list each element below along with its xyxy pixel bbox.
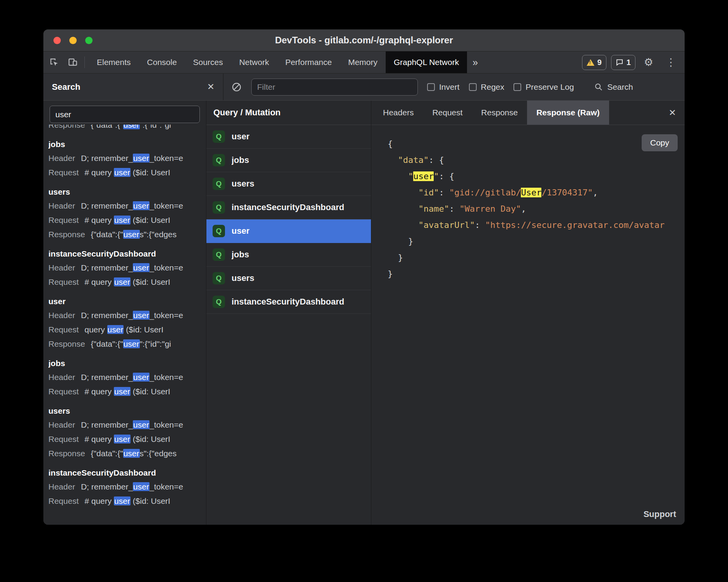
devtools-window: DevTools - gitlab.com/-/graphql-explorer… xyxy=(43,29,685,525)
search-result-line[interactable]: HeaderD; remember_user_token=e xyxy=(48,260,204,275)
search-result-line[interactable]: HeaderD; remember_user_token=e xyxy=(48,308,204,322)
query-type-badge: Q xyxy=(213,248,225,261)
close-response-panel-icon[interactable]: ✕ xyxy=(660,108,685,118)
query-list-item-label: jobs xyxy=(232,250,249,260)
text-segment: "avatarUrl" xyxy=(418,220,475,230)
search-match-highlight: user xyxy=(133,263,149,272)
kebab-menu-icon[interactable]: ⋮ xyxy=(662,57,680,68)
devtools-tab-memory[interactable]: Memory xyxy=(340,51,386,73)
search-toggle-button[interactable]: Search xyxy=(594,82,633,92)
inspect-element-icon[interactable] xyxy=(46,55,62,70)
search-result-line[interactable]: Response{"data":{"user":{"id":"gi xyxy=(48,125,204,132)
invert-checkbox[interactable] xyxy=(427,83,435,91)
device-toolbar-icon[interactable] xyxy=(65,55,81,70)
support-link[interactable]: Support xyxy=(644,509,676,519)
text-segment: D; remember_ xyxy=(81,201,133,210)
preserve-log-checkbox-group[interactable]: Preserve Log xyxy=(513,82,574,92)
devtools-tab-sources[interactable]: Sources xyxy=(185,51,231,73)
devtools-tab-graphql-network[interactable]: GraphQL Network xyxy=(386,51,467,73)
search-result-line-label: Response xyxy=(48,449,85,458)
regex-label: Regex xyxy=(481,82,505,92)
settings-gear-icon[interactable]: ⚙ xyxy=(640,57,657,68)
devtools-tab-network[interactable]: Network xyxy=(231,51,277,73)
window-titlebar[interactable]: DevTools - gitlab.com/-/graphql-explorer xyxy=(43,29,685,51)
text-segment: {"data":{" xyxy=(91,230,123,239)
search-result-line[interactable]: Request# query user ($id: UserI xyxy=(48,384,204,399)
search-result-line-label: Request xyxy=(48,216,79,224)
text-segment: _token=e xyxy=(149,420,183,429)
warnings-badge[interactable]: 9 xyxy=(582,55,606,70)
search-result-line[interactable]: HeaderD; remember_user_token=e xyxy=(48,370,204,384)
json-line: } xyxy=(388,250,685,266)
text-segment: ($id: UserI xyxy=(130,387,170,396)
search-result-line-label: Response xyxy=(48,230,85,239)
close-search-icon[interactable]: ✕ xyxy=(207,82,215,92)
query-list-item[interactable]: Qjobs xyxy=(206,243,371,267)
devtools-tab-elements[interactable]: Elements xyxy=(89,51,139,73)
query-list-item[interactable]: QinstanceSecurityDashboard xyxy=(206,290,371,314)
json-content: { "data": { "user": { "id": "gid://gitla… xyxy=(388,136,685,282)
query-list-item[interactable]: QinstanceSecurityDashboard xyxy=(206,196,371,219)
query-mutation-header: Query / Mutation xyxy=(206,101,371,125)
search-result-line[interactable]: HeaderD; remember_user_token=e xyxy=(48,418,204,432)
query-list-item-label: users xyxy=(232,273,254,283)
search-result-line[interactable]: HeaderD; remember_user_token=e xyxy=(48,479,204,494)
search-result-line[interactable]: Response{"data":{"users":{"edges xyxy=(48,227,204,241)
message-bubble-icon xyxy=(616,58,623,66)
issues-badge[interactable]: 1 xyxy=(611,55,635,70)
query-list-item-label: instanceSecurityDashboard xyxy=(232,202,344,212)
response-tab-response[interactable]: Response xyxy=(472,101,527,125)
secondary-toolbar: Search ✕ Invert Regex xyxy=(43,74,685,101)
json-line: "id": "gid://gitlab/User/13704317", xyxy=(388,185,685,201)
query-list-item[interactable]: Quser xyxy=(206,219,371,243)
search-result-line[interactable]: Request# query user ($id: UserI xyxy=(48,213,204,227)
devtools-tab-performance[interactable]: Performance xyxy=(277,51,340,73)
text-segment: ($id: UserI xyxy=(130,435,170,443)
query-list-item[interactable]: Qusers xyxy=(206,267,371,290)
clear-log-icon[interactable] xyxy=(231,82,242,92)
search-results[interactable]: Response{"data":{"user":{"id":"gijobsHea… xyxy=(43,125,206,525)
response-tab-strip: HeadersRequestResponseResponse (Raw) xyxy=(374,101,609,125)
text-segment: D; remember_ xyxy=(81,263,133,272)
response-raw-content[interactable]: { "data": { "user": { "id": "gid://gitla… xyxy=(371,125,685,525)
search-match-highlight: user xyxy=(413,171,434,181)
invert-checkbox-group[interactable]: Invert xyxy=(427,82,460,92)
search-result-line[interactable]: Response{"data":{"users":{"edges xyxy=(48,446,204,460)
query-list-item[interactable]: Qjobs xyxy=(206,149,371,172)
text-segment xyxy=(388,220,418,230)
query-type-badge: Q xyxy=(213,225,225,237)
query-list-item[interactable]: Quser xyxy=(206,125,371,149)
search-result-line[interactable]: Request# query user ($id: UserI xyxy=(48,165,204,180)
text-segment xyxy=(388,188,418,197)
search-result-line[interactable]: Response{"data":{"user":{"id":"gi xyxy=(48,337,204,351)
text-segment: D; remember_ xyxy=(81,482,133,491)
search-result-line[interactable]: Request# query user ($id: UserI xyxy=(48,494,204,508)
copy-button[interactable]: Copy xyxy=(642,134,678,151)
json-line: "user": { xyxy=(388,168,685,185)
text-segment: "https://secure.gravatar.com/avatar xyxy=(485,220,665,230)
query-list[interactable]: QuserQjobsQusersQinstanceSecurityDashboa… xyxy=(206,125,371,525)
search-result-line-label: Header xyxy=(48,201,75,210)
search-input[interactable] xyxy=(50,106,200,123)
search-result-line[interactable]: Requestquery user ($id: UserI xyxy=(48,322,204,337)
search-result-line[interactable]: Request# query user ($id: UserI xyxy=(48,275,204,289)
search-result-line[interactable]: HeaderD; remember_user_token=e xyxy=(48,151,204,165)
more-tabs-button[interactable]: » xyxy=(467,57,483,68)
text-segment: _token=e xyxy=(149,201,183,210)
regex-checkbox-group[interactable]: Regex xyxy=(469,82,505,92)
filter-input[interactable] xyxy=(251,79,418,96)
query-list-item-label: users xyxy=(232,179,254,189)
response-tab-response-raw[interactable]: Response (Raw) xyxy=(527,101,609,125)
devtools-tab-console[interactable]: Console xyxy=(139,51,185,73)
preserve-log-checkbox[interactable] xyxy=(513,83,521,91)
search-result-line[interactable]: HeaderD; remember_user_token=e xyxy=(48,199,204,213)
search-input-wrap xyxy=(43,101,206,125)
text-segment: { xyxy=(388,139,393,149)
text-segment: # query xyxy=(84,435,114,443)
response-tab-request[interactable]: Request xyxy=(423,101,472,125)
text-segment: s":{"edges xyxy=(140,449,177,458)
response-tab-headers[interactable]: Headers xyxy=(374,101,423,125)
regex-checkbox[interactable] xyxy=(469,83,477,91)
search-result-line[interactable]: Request# query user ($id: UserI xyxy=(48,432,204,446)
query-list-item[interactable]: Qusers xyxy=(206,172,371,196)
